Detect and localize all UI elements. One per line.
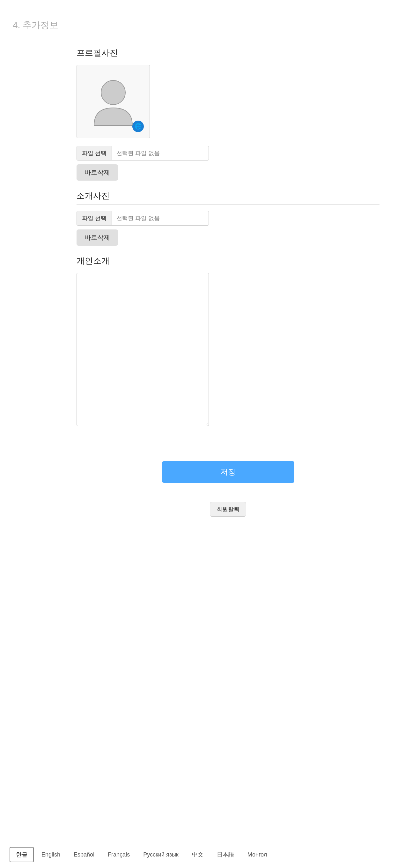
profile-photo-area: 🌐 <box>76 65 379 138</box>
lang-item-mn[interactable]: Монгол <box>242 848 273 861</box>
globe-badge-icon: 🌐 <box>132 121 144 132</box>
language-bar: 한글 English Español Français Русский язык… <box>0 841 405 868</box>
section-title: 4. 추가정보 <box>0 13 405 38</box>
lang-item-es[interactable]: Español <box>68 848 100 861</box>
intro-photo-file-name: 선택된 파일 없음 <box>112 211 208 225</box>
profile-photo-box: 🌐 <box>76 65 150 138</box>
profile-photo-file-choose-button[interactable]: 파일 선택 <box>77 146 112 160</box>
lang-item-ko[interactable]: 한글 <box>9 847 34 862</box>
profile-photo-delete-button[interactable]: 바로삭제 <box>76 164 118 181</box>
lang-item-fr[interactable]: Français <box>102 848 136 861</box>
page-wrapper: 4. 추가정보 프로필사진 🌐 파일 선택 선택된 파일 없음 <box>0 0 405 868</box>
main-content: 프로필사진 🌐 파일 선택 선택된 파일 없음 바로삭제 <box>0 41 405 868</box>
profile-photo-label: 프로필사진 <box>76 47 379 58</box>
profile-photo-file-name: 선택된 파일 없음 <box>112 146 208 160</box>
profile-photo-file-input-row: 파일 선택 선택된 파일 없음 <box>76 146 209 160</box>
intro-photo-label: 소개사진 <box>76 190 379 205</box>
intro-photo-file-choose-button[interactable]: 파일 선택 <box>77 211 112 225</box>
profile-photo-section: 프로필사진 🌐 파일 선택 선택된 파일 없음 바로삭제 <box>76 47 379 181</box>
action-area: 저장 회원탈퇴 <box>76 442 379 517</box>
save-button[interactable]: 저장 <box>162 461 294 483</box>
intro-photo-section: 소개사진 파일 선택 선택된 파일 없음 바로삭제 <box>76 190 379 246</box>
withdraw-button[interactable]: 회원탈퇴 <box>210 502 246 517</box>
bio-label: 개인소개 <box>76 255 379 267</box>
avatar-icon <box>91 76 136 127</box>
intro-photo-delete-button[interactable]: 바로삭제 <box>76 229 118 246</box>
lang-item-ja[interactable]: 日本語 <box>211 847 240 862</box>
bio-section: 개인소개 <box>76 255 379 426</box>
lang-item-ru[interactable]: Русский язык <box>137 848 184 861</box>
intro-photo-file-input-row: 파일 선택 선택된 파일 없음 <box>76 211 209 226</box>
bio-textarea[interactable] <box>76 273 209 426</box>
lang-item-en[interactable]: English <box>36 848 66 861</box>
svg-point-0 <box>101 81 125 105</box>
lang-item-zh[interactable]: 中文 <box>186 847 209 862</box>
